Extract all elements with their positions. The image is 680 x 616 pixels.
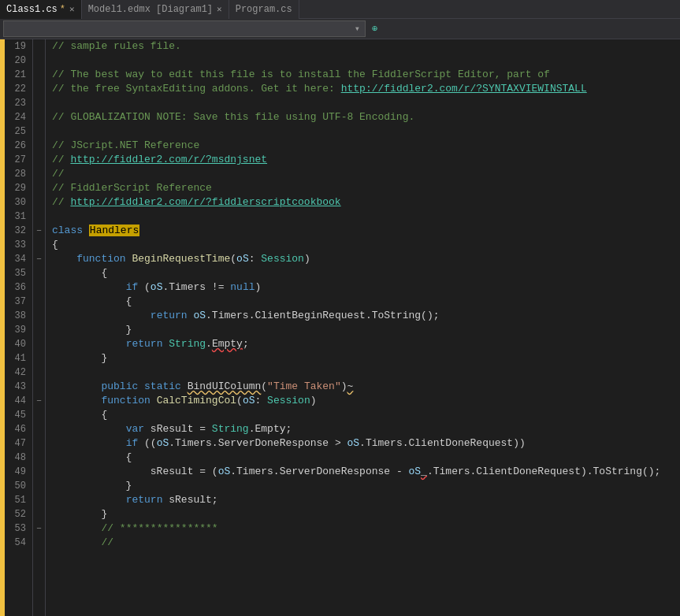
code-line: {	[52, 451, 680, 465]
tab-model1-close[interactable]: ✕	[217, 4, 222, 14]
gutter-item	[33, 479, 45, 493]
gutter-item	[33, 323, 45, 337]
gutter-item[interactable]: −	[33, 394, 45, 408]
gutter-item	[33, 39, 45, 54]
code-line	[52, 210, 680, 224]
line-number: 40	[8, 337, 26, 351]
gutter-item	[33, 181, 45, 195]
tab-program[interactable]: Program.cs	[229, 0, 299, 19]
line-number: 25	[8, 124, 26, 139]
line-number: 51	[8, 493, 26, 507]
tab-program-label: Program.cs	[236, 4, 292, 15]
gutter: −−−−	[33, 39, 46, 616]
line-number: 30	[8, 195, 26, 210]
code-line: return String.Empty;	[52, 337, 680, 351]
code-line: }	[52, 323, 680, 337]
handlers-icon: ⊕	[372, 23, 377, 35]
code-line: {	[52, 238, 680, 252]
line-number: 24	[8, 110, 26, 124]
nav-bar: ▾ ⊕	[0, 19, 680, 39]
gutter-item	[33, 380, 45, 394]
code-line: // the free SyntaxEditing addons. Get it…	[52, 82, 680, 96]
gutter-item[interactable]: −	[33, 224, 45, 238]
code-line: // http://fiddler2.com/r/?fiddlerscriptc…	[52, 195, 680, 210]
line-number: 43	[8, 380, 26, 394]
code-line: var sResult = String.Empty;	[52, 422, 680, 436]
code-line: }	[52, 479, 680, 493]
nav-handlers: ⊕	[372, 23, 381, 35]
line-number: 46	[8, 422, 26, 436]
tab-model1-label: Model1.edmx [Diagram1]	[88, 4, 213, 15]
line-number: 34	[8, 252, 26, 266]
code-line: }	[52, 507, 680, 521]
gutter-item	[33, 266, 45, 280]
line-number: 44	[8, 394, 26, 408]
code-line: // JScript.NET Reference	[52, 139, 680, 153]
line-number: 45	[8, 408, 26, 422]
code-line: return oS.Timers.ClientBeginRequest.ToSt…	[52, 309, 680, 323]
gutter-item[interactable]: −	[33, 521, 45, 536]
nav-dropdown[interactable]: ▾	[3, 20, 366, 37]
tab-class1-label: Class1.cs	[6, 4, 58, 15]
gutter-item	[33, 153, 45, 167]
line-number: 41	[8, 351, 26, 366]
line-number: 22	[8, 82, 26, 96]
code-line: sResult = (oS.Timers.ServerDoneResponse …	[52, 465, 680, 479]
line-number: 21	[8, 68, 26, 82]
code-line: if ((oS.Timers.ServerDoneResponse > oS.T…	[52, 436, 680, 451]
line-number: 33	[8, 238, 26, 252]
line-number: 26	[8, 139, 26, 153]
gutter-item	[33, 110, 45, 124]
line-number: 27	[8, 153, 26, 167]
code-line: // http://fiddler2.com/r/?msdnjsnet	[52, 153, 680, 167]
line-number: 29	[8, 181, 26, 195]
line-numbers: 1920212223242526272829303132333435363738…	[5, 39, 33, 616]
code-line: if (oS.Timers != null)	[52, 280, 680, 295]
gutter-item	[33, 451, 45, 465]
code-line: function CalcTimingCol(oS: Session)	[52, 394, 680, 408]
gutter-item	[33, 238, 45, 252]
code-line: // ****************	[52, 521, 680, 536]
tab-class1[interactable]: Class1.cs * ✕	[0, 0, 82, 19]
line-number: 20	[8, 54, 26, 68]
tab-class1-close[interactable]: ✕	[69, 4, 75, 14]
gutter-item	[33, 96, 45, 110]
gutter-item	[33, 422, 45, 436]
gutter-item[interactable]: −	[33, 252, 45, 266]
code-line: //	[52, 167, 680, 181]
gutter-item	[33, 68, 45, 82]
code-content[interactable]: // sample rules file. // The best way to…	[46, 39, 680, 616]
line-number: 48	[8, 451, 26, 465]
code-line: // The best way to edit this file is to …	[52, 68, 680, 82]
gutter-item	[33, 280, 45, 295]
code-line	[52, 54, 680, 68]
line-number: 36	[8, 280, 26, 295]
line-number: 52	[8, 507, 26, 521]
gutter-item	[33, 351, 45, 366]
gutter-item	[33, 309, 45, 323]
title-bar: Class1.cs * ✕ Model1.edmx [Diagram1] ✕ P…	[0, 0, 680, 19]
line-number: 54	[8, 536, 26, 550]
gutter-item	[33, 366, 45, 380]
line-number: 19	[8, 39, 26, 54]
gutter-item	[33, 195, 45, 210]
line-number: 35	[8, 266, 26, 280]
code-line: // GLOBALIZATION NOTE: Save this file us…	[52, 110, 680, 124]
code-line	[52, 366, 680, 380]
tab-model1[interactable]: Model1.edmx [Diagram1] ✕	[82, 0, 229, 19]
line-number: 38	[8, 309, 26, 323]
gutter-item	[33, 167, 45, 181]
gutter-item	[33, 507, 45, 521]
line-number: 32	[8, 224, 26, 238]
gutter-item	[33, 82, 45, 96]
code-line: {	[52, 408, 680, 422]
code-area: 1920212223242526272829303132333435363738…	[0, 39, 680, 616]
code-line: function BeginRequestTime(oS: Session)	[52, 252, 680, 266]
code-line: // FiddlerScript Reference	[52, 181, 680, 195]
gutter-item	[33, 139, 45, 153]
tab-class1-modified: *	[60, 4, 65, 15]
code-line: public static BindUIColumn("Time Taken")…	[52, 380, 680, 394]
line-number: 39	[8, 323, 26, 337]
line-number: 42	[8, 366, 26, 380]
line-number: 28	[8, 167, 26, 181]
